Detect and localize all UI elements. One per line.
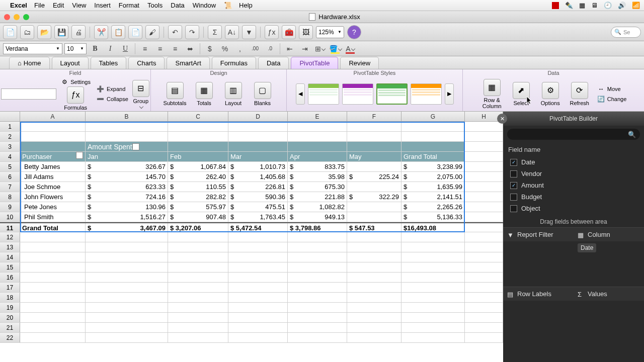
underline-button[interactable]: U bbox=[119, 43, 132, 55]
col-header-a[interactable]: A bbox=[20, 112, 86, 121]
zone-row-labels[interactable]: ▤Row Labels bbox=[503, 287, 574, 301]
tab-layout[interactable]: Layout bbox=[52, 57, 89, 69]
styles-prev-button[interactable]: ◀ bbox=[296, 83, 305, 105]
collapse-button[interactable]: ➖Collapse bbox=[95, 95, 130, 104]
toolbar-search[interactable]: 🔍 Se bbox=[611, 27, 641, 38]
tab-smartart[interactable]: SmartArt bbox=[167, 57, 209, 69]
cell[interactable] bbox=[228, 293, 288, 302]
row-column-button[interactable]: ▦Row & Column bbox=[478, 79, 506, 109]
cell[interactable] bbox=[401, 242, 465, 252]
cell[interactable]: $262.40 bbox=[168, 172, 228, 182]
cell[interactable] bbox=[168, 242, 228, 252]
tab-data[interactable]: Data bbox=[258, 57, 289, 69]
cell[interactable]: Pete Jones bbox=[20, 202, 86, 212]
options-button[interactable]: ⚙Options bbox=[537, 82, 564, 106]
cell[interactable] bbox=[347, 142, 401, 151]
cell[interactable]: $833.75 bbox=[288, 162, 347, 171]
cell[interactable]: $575.97 bbox=[168, 202, 228, 212]
expand-button[interactable]: ➕Expand bbox=[95, 84, 130, 94]
fill-color-button[interactable]: 🪣 bbox=[329, 43, 342, 55]
zone-columns-body[interactable]: Date bbox=[574, 241, 644, 287]
volume-icon[interactable]: 🔊 bbox=[618, 2, 626, 9]
cell[interactable] bbox=[168, 142, 228, 151]
cell[interactable]: $675.30 bbox=[288, 182, 347, 192]
row-header[interactable]: 1 bbox=[0, 122, 20, 131]
cell[interactable] bbox=[401, 303, 465, 312]
cell[interactable] bbox=[347, 313, 401, 322]
cell[interactable]: $326.67 bbox=[86, 162, 168, 171]
cell[interactable]: $1,010.73 bbox=[228, 162, 288, 171]
field-date[interactable]: ✓Date bbox=[503, 156, 644, 168]
cell[interactable] bbox=[465, 293, 503, 302]
style-thumb-4[interactable] bbox=[411, 83, 442, 105]
tab-formulas[interactable]: Formulas bbox=[212, 57, 256, 69]
cell[interactable]: $1,763.45 bbox=[228, 212, 288, 222]
cell[interactable] bbox=[465, 303, 503, 312]
cell[interactable] bbox=[401, 333, 465, 342]
cell[interactable] bbox=[465, 122, 503, 131]
row-header[interactable]: 8 bbox=[0, 192, 20, 202]
row-header[interactable]: 14 bbox=[0, 252, 20, 262]
cell[interactable]: $ 547.53 bbox=[347, 223, 401, 232]
cell[interactable] bbox=[228, 283, 288, 292]
cell[interactable]: $130.96 bbox=[86, 202, 168, 212]
sort-button[interactable]: A↓ bbox=[225, 25, 239, 39]
zoom-select[interactable]: 125%▼ bbox=[316, 26, 344, 38]
cell[interactable] bbox=[168, 293, 228, 302]
cell[interactable] bbox=[401, 293, 465, 302]
cell[interactable] bbox=[20, 142, 86, 151]
cell[interactable]: $322.29 bbox=[347, 192, 401, 202]
row-header[interactable]: 10 bbox=[0, 212, 20, 222]
cell[interactable]: $282.82 bbox=[168, 192, 228, 202]
cell[interactable] bbox=[465, 283, 503, 292]
select-all-corner[interactable] bbox=[0, 112, 20, 121]
cell[interactable] bbox=[465, 182, 503, 192]
script-menu-icon[interactable]: 📜 bbox=[224, 2, 232, 9]
cell[interactable]: $ 3,207.06 bbox=[168, 223, 228, 232]
cell[interactable]: $3,238.99 bbox=[401, 162, 465, 171]
merge-cells-button[interactable]: ⬌ bbox=[184, 43, 197, 55]
cell[interactable] bbox=[401, 262, 465, 272]
currency-button[interactable]: $ bbox=[203, 43, 216, 55]
cell[interactable]: $ 3,467.09 bbox=[86, 223, 168, 232]
cell[interactable] bbox=[228, 132, 288, 141]
row-header[interactable]: 17 bbox=[0, 283, 20, 292]
cut-button[interactable]: ✂️ bbox=[94, 25, 108, 39]
cell[interactable] bbox=[20, 293, 86, 302]
cell[interactable] bbox=[465, 313, 503, 322]
cell[interactable] bbox=[288, 132, 347, 141]
active-field-input[interactable] bbox=[1, 88, 56, 100]
cell[interactable]: Phil Smith bbox=[20, 212, 86, 222]
align-right-button[interactable]: ≡ bbox=[169, 43, 182, 55]
cell[interactable]: Jill Adams bbox=[20, 172, 86, 182]
cell[interactable]: $2,075.00 bbox=[401, 172, 465, 182]
paste-button[interactable]: 📄 bbox=[128, 25, 142, 39]
cell[interactable] bbox=[86, 232, 168, 242]
cell[interactable] bbox=[401, 232, 465, 242]
row-header[interactable]: 2 bbox=[0, 132, 20, 141]
formulas-button[interactable]: ƒxFormulas bbox=[62, 86, 89, 111]
cell[interactable] bbox=[288, 142, 347, 151]
cell[interactable] bbox=[465, 192, 503, 202]
cell[interactable]: Grand Total bbox=[20, 223, 86, 232]
style-thumb-2[interactable] bbox=[342, 83, 373, 105]
row-header[interactable]: 16 bbox=[0, 273, 20, 282]
display-icon[interactable]: 🖥 bbox=[591, 2, 598, 9]
cell[interactable]: $1,067.84 bbox=[168, 162, 228, 171]
field-checkbox[interactable] bbox=[510, 194, 517, 201]
decrease-indent-button[interactable]: ⇤ bbox=[283, 43, 296, 55]
cell[interactable] bbox=[20, 122, 86, 131]
cell[interactable]: $2,265.26 bbox=[401, 202, 465, 212]
cell[interactable] bbox=[401, 313, 465, 322]
cell[interactable] bbox=[228, 122, 288, 131]
cell[interactable]: Mar bbox=[228, 152, 288, 161]
format-painter-button[interactable]: 🖌 bbox=[145, 25, 159, 39]
zone-report-filter[interactable]: ▼Report Filter bbox=[503, 228, 574, 241]
cell[interactable] bbox=[168, 262, 228, 272]
field-budget[interactable]: Budget bbox=[503, 191, 644, 203]
increase-indent-button[interactable]: ⇥ bbox=[298, 43, 311, 55]
col-header-c[interactable]: C bbox=[168, 112, 228, 121]
cell[interactable] bbox=[228, 242, 288, 252]
cell[interactable] bbox=[401, 323, 465, 332]
help-button[interactable]: ? bbox=[347, 25, 361, 39]
